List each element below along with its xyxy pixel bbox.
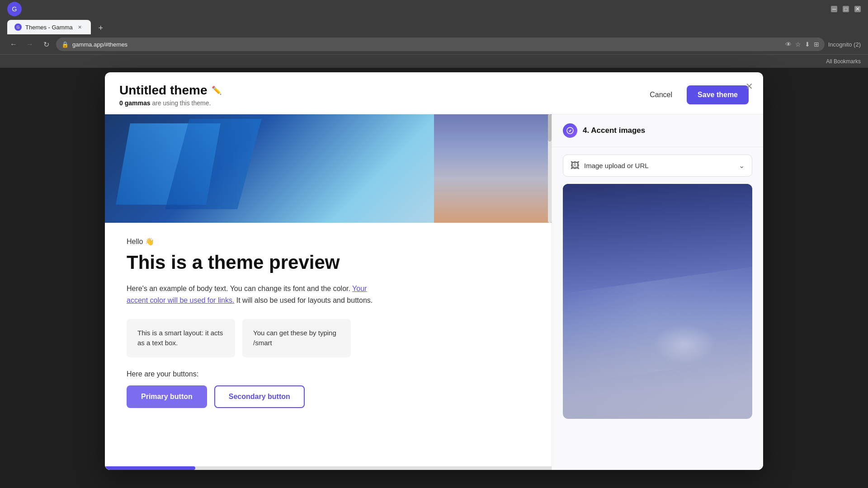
scrollbar-thumb [548, 114, 552, 141]
address-bar-row: ← → ↻ 🔒 gamma.app/#themes 👁 ☆ ⬇ ⊞ Incogn… [0, 34, 868, 54]
edit-title-icon[interactable]: ✏️ [212, 85, 222, 95]
cancel-button[interactable]: Cancel [641, 86, 681, 103]
incognito-label: Incognito (2) [828, 41, 861, 48]
title-bar: G ─ □ ✕ [0, 0, 868, 18]
address-bar-icons: 👁 ☆ ⬇ ⊞ [785, 41, 819, 48]
tab-close-button[interactable]: ✕ [76, 23, 84, 31]
back-button[interactable]: ← [7, 38, 20, 51]
tab-title: Themes - Gamma [25, 24, 73, 31]
modal-title-section: Untitled theme ✏️ 0 gammas are using thi… [119, 83, 222, 107]
vertical-scrollbar[interactable] [548, 114, 552, 223]
refresh-button[interactable]: ↻ [40, 38, 52, 51]
title-bar-controls: G [7, 2, 22, 16]
image-upload-icon: 🖼 [571, 160, 580, 171]
bookmarks-bar: All Bookmarks [0, 54, 868, 68]
browser-extras: Incognito (2) [828, 41, 861, 48]
window-controls: ─ □ ✕ [831, 6, 861, 12]
close-window-button[interactable]: ✕ [854, 6, 861, 12]
primary-button-preview[interactable]: Primary button [127, 385, 207, 408]
secondary-button-preview[interactable]: Secondary button [214, 385, 305, 408]
extension-icon: ⊞ [814, 41, 819, 48]
modal-header: Untitled theme ✏️ 0 gammas are using thi… [105, 72, 763, 114]
url-text: gamma.app/#themes [72, 41, 127, 48]
horizontal-scrollbar-thumb [105, 466, 195, 470]
preview-buttons: Primary button Secondary button [127, 385, 530, 408]
section-title: 4. Accent images [583, 126, 645, 135]
download-icon: ⬇ [805, 41, 810, 48]
section-header: 4. Accent images [552, 114, 763, 147]
preview-area: Hello 👋 This is a theme preview Here's a… [105, 114, 552, 470]
preview-greeting: Hello 👋 [127, 237, 530, 246]
svg-point-0 [567, 127, 573, 134]
modal-title: Untitled theme ✏️ [119, 83, 222, 98]
save-theme-button[interactable]: Save theme [687, 85, 749, 104]
bookmarks-label: All Bookmarks [826, 58, 861, 65]
minimize-button[interactable]: ─ [831, 6, 837, 12]
section-icon [563, 123, 577, 138]
chevron-down-icon: ⌄ [739, 161, 745, 170]
hero-right-decorative [434, 114, 552, 223]
modal-backdrop: Untitled theme ✏️ 0 gammas are using thi… [0, 68, 868, 488]
eye-off-icon: 👁 [785, 41, 792, 48]
star-icon: ☆ [795, 41, 801, 48]
smart-box-1: This is a smart layout: it acts as a tex… [127, 319, 235, 357]
preview-heading: This is a theme preview [127, 251, 530, 274]
preview-hero-image [105, 114, 552, 223]
tab-bar: G Themes - Gamma ✕ + [0, 18, 868, 34]
gamma-count: 0 gammas [119, 99, 150, 107]
right-panel: 4. Accent images 🖼 Image upload or URL ⌄ [552, 114, 763, 470]
horizontal-scrollbar[interactable] [105, 466, 552, 470]
theme-modal: Untitled theme ✏️ 0 gammas are using thi… [105, 72, 763, 470]
modal-body: Hello 👋 This is a theme preview Here's a… [105, 114, 763, 470]
modal-subtitle: 0 gammas are using this theme. [119, 99, 222, 107]
buttons-label: Here are your buttons: [127, 370, 530, 378]
preview-content: Hello 👋 This is a theme preview Here's a… [105, 223, 552, 426]
window-avatar: G [7, 2, 22, 16]
active-tab[interactable]: G Themes - Gamma ✕ [7, 20, 91, 34]
tab-favicon: G [14, 23, 22, 31]
maximize-button[interactable]: □ [843, 6, 849, 12]
preview-body: Here's an example of body text. You can … [127, 283, 389, 306]
address-bar[interactable]: 🔒 gamma.app/#themes 👁 ☆ ⬇ ⊞ [56, 38, 825, 51]
smart-box-2: You can get these by typing /smart [242, 319, 351, 357]
modal-actions: Cancel Save theme [641, 85, 749, 104]
panel-image-preview [563, 184, 752, 419]
image-upload-label: Image upload or URL [584, 162, 734, 169]
image-upload-row[interactable]: 🖼 Image upload or URL ⌄ [563, 155, 752, 177]
smart-layouts: This is a smart layout: it acts as a tex… [127, 319, 530, 357]
close-modal-button[interactable]: ✕ [742, 80, 756, 93]
forward-button[interactable]: → [24, 38, 36, 51]
new-tab-button[interactable]: + [94, 22, 107, 34]
lock-icon: 🔒 [61, 41, 69, 48]
browser-chrome: G ─ □ ✕ G Themes - Gamma ✕ + ← → ↻ 🔒 gam… [0, 0, 868, 68]
